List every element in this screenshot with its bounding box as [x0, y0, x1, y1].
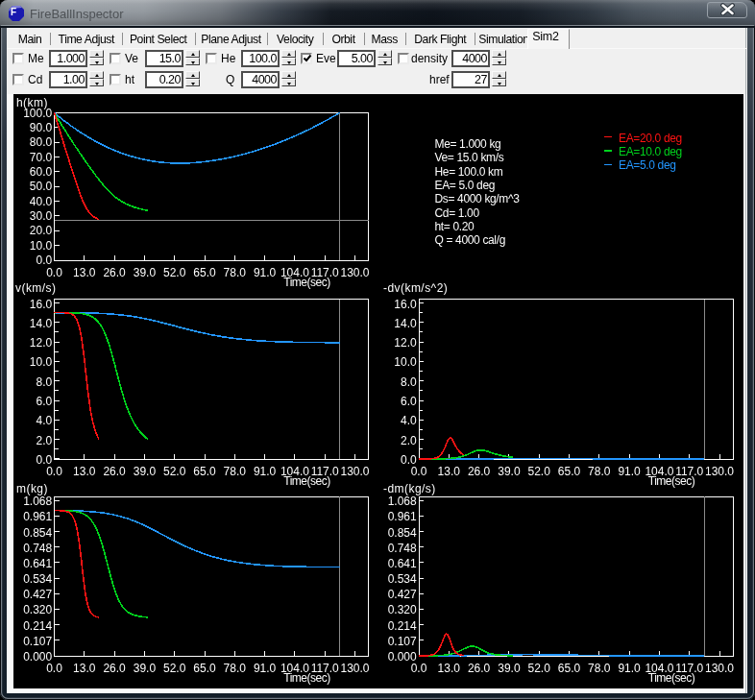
svg-text:EA= 5.0 deg: EA= 5.0 deg: [435, 179, 496, 192]
svg-text:F: F: [11, 7, 16, 17]
svg-text:13.0: 13.0: [73, 266, 96, 279]
svg-text:91.0: 91.0: [254, 662, 277, 675]
svg-text:Time(sec): Time(sec): [283, 671, 330, 685]
svg-text:0.0: 0.0: [46, 266, 62, 279]
svg-text:50.0: 50.0: [30, 180, 53, 193]
svg-text:m(kg): m(kg): [16, 482, 48, 495]
svg-text:130.0: 130.0: [705, 662, 734, 675]
svg-text:39.0: 39.0: [498, 662, 521, 675]
svg-text:26.0: 26.0: [468, 662, 491, 675]
svg-text:40.0: 40.0: [30, 195, 53, 208]
svg-text:52.0: 52.0: [528, 662, 551, 675]
svg-text:16.0: 16.0: [30, 298, 53, 311]
svg-text:0.427: 0.427: [23, 588, 52, 601]
svg-text:91.0: 91.0: [254, 266, 277, 279]
svg-text:0.748: 0.748: [23, 542, 52, 555]
svg-text:-dv(km/s^2): -dv(km/s^2): [383, 281, 448, 295]
svg-text:70.0: 70.0: [30, 151, 53, 164]
svg-text:Ve= 15.0 km/s: Ve= 15.0 km/s: [435, 151, 504, 164]
svg-text:10.0: 10.0: [394, 355, 417, 369]
svg-text:Time(sec): Time(sec): [648, 474, 695, 488]
svg-text:91.0: 91.0: [254, 465, 277, 478]
svg-text:Time(sec): Time(sec): [283, 276, 330, 289]
svg-text:8.0: 8.0: [401, 375, 417, 389]
svg-text:Q = 4000 cal/g: Q = 4000 cal/g: [435, 233, 506, 247]
svg-text:8.0: 8.0: [37, 375, 53, 389]
svg-text:65.0: 65.0: [558, 465, 581, 478]
svg-text:78.0: 78.0: [588, 662, 611, 675]
svg-text:0.214: 0.214: [23, 619, 52, 633]
svg-text:39.0: 39.0: [134, 662, 157, 675]
svg-text:14.0: 14.0: [394, 317, 417, 330]
svg-text:52.0: 52.0: [163, 662, 186, 675]
svg-text:130.0: 130.0: [340, 465, 369, 478]
svg-text:0.534: 0.534: [23, 572, 52, 586]
svg-text:0.0: 0.0: [411, 662, 427, 675]
svg-text:0.107: 0.107: [388, 635, 417, 648]
svg-text:16.0: 16.0: [394, 298, 417, 311]
svg-text:26.0: 26.0: [103, 266, 126, 279]
svg-text:10.0: 10.0: [30, 355, 53, 369]
svg-text:0.534: 0.534: [388, 572, 417, 586]
svg-text:4.0: 4.0: [401, 414, 417, 427]
svg-text:52.0: 52.0: [528, 465, 551, 478]
svg-text:0.961: 0.961: [23, 510, 52, 523]
svg-text:91.0: 91.0: [618, 662, 641, 675]
svg-text:13.0: 13.0: [438, 662, 461, 675]
svg-text:78.0: 78.0: [224, 266, 247, 279]
svg-text:0.854: 0.854: [23, 526, 52, 540]
svg-text:1.068: 1.068: [388, 495, 417, 508]
svg-text:6.0: 6.0: [401, 395, 417, 408]
svg-text:0.320: 0.320: [388, 603, 417, 616]
svg-text:26.0: 26.0: [103, 662, 126, 675]
svg-text:0.0: 0.0: [411, 465, 427, 478]
svg-text:65.0: 65.0: [193, 662, 216, 675]
svg-text:Time(sec): Time(sec): [648, 671, 695, 685]
svg-text:13.0: 13.0: [438, 465, 461, 478]
svg-text:0.641: 0.641: [388, 557, 417, 570]
svg-text:10.0: 10.0: [30, 239, 53, 253]
svg-text:60.0: 60.0: [30, 165, 53, 179]
svg-text:91.0: 91.0: [618, 465, 641, 478]
svg-text:6.0: 6.0: [37, 395, 53, 408]
svg-text:Me= 1.000 kg: Me= 1.000 kg: [435, 137, 501, 151]
svg-text:0.0: 0.0: [37, 253, 53, 267]
svg-text:52.0: 52.0: [163, 465, 186, 478]
svg-text:78.0: 78.0: [224, 465, 247, 478]
svg-text:13.0: 13.0: [73, 465, 96, 478]
svg-text:12.0: 12.0: [30, 336, 53, 350]
svg-text:0.854: 0.854: [388, 526, 417, 540]
svg-text:78.0: 78.0: [588, 465, 611, 478]
svg-text:0.0: 0.0: [37, 453, 53, 467]
svg-text:1.068: 1.068: [23, 495, 52, 508]
svg-text:0.0: 0.0: [46, 465, 62, 478]
svg-text:12.0: 12.0: [394, 336, 417, 350]
svg-text:80.0: 80.0: [30, 135, 53, 149]
svg-text:39.0: 39.0: [134, 465, 157, 478]
svg-text:2.0: 2.0: [37, 434, 53, 447]
svg-text:0.107: 0.107: [23, 635, 52, 648]
svg-text:Cd= 1.00: Cd= 1.00: [435, 206, 480, 220]
svg-text:0.000: 0.000: [388, 650, 417, 664]
svg-text:13.0: 13.0: [73, 662, 96, 675]
svg-text:0.748: 0.748: [388, 542, 417, 555]
svg-text:65.0: 65.0: [558, 662, 581, 675]
svg-text:0.427: 0.427: [388, 588, 417, 601]
svg-text:26.0: 26.0: [103, 465, 126, 478]
svg-text:Time(sec): Time(sec): [283, 474, 330, 488]
svg-text:0.320: 0.320: [23, 603, 52, 616]
svg-text:130.0: 130.0: [340, 662, 369, 675]
svg-text:He= 100.0 km: He= 100.0 km: [435, 165, 503, 179]
svg-text:90.0: 90.0: [30, 121, 53, 134]
svg-text:130.0: 130.0: [340, 266, 369, 279]
svg-text:EA=20.0 deg: EA=20.0 deg: [619, 132, 682, 145]
svg-text:ht= 0.20: ht= 0.20: [435, 220, 475, 233]
svg-text:65.0: 65.0: [193, 266, 216, 279]
svg-text:26.0: 26.0: [468, 465, 491, 478]
svg-text:0.0: 0.0: [401, 453, 417, 467]
svg-text:0.214: 0.214: [388, 619, 417, 633]
svg-text:Ds= 4000 kg/m^3: Ds= 4000 kg/m^3: [435, 192, 521, 205]
svg-text:EA=5.0 deg: EA=5.0 deg: [619, 158, 676, 172]
svg-text:-dm(kg/s): -dm(kg/s): [383, 482, 436, 495]
svg-text:v(km/s): v(km/s): [15, 281, 56, 295]
